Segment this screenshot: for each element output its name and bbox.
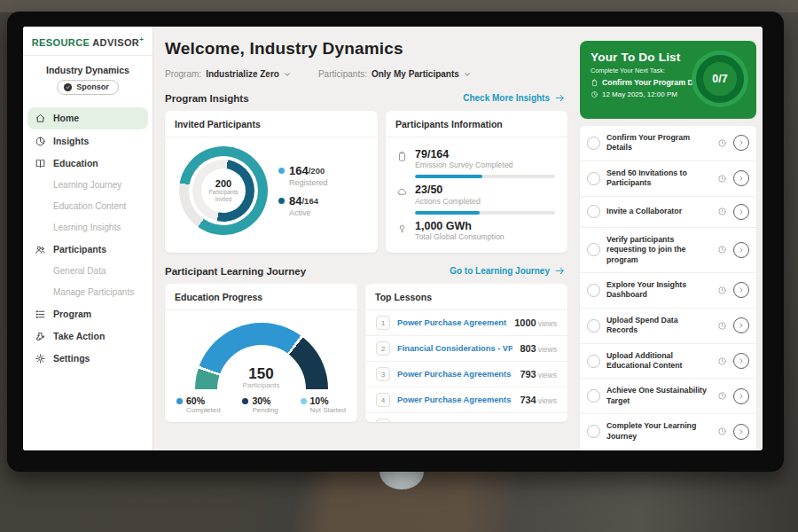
participants-information-body: 79/164Emission Survey Completed23/50Acti… — [386, 137, 567, 241]
task-checkbox[interactable] — [587, 425, 600, 438]
lesson-link[interactable]: Power Purchase Agreements 102 — [397, 395, 512, 404]
task-checkbox[interactable] — [587, 355, 600, 368]
dashboard-screen: RESOURCEADVISOR+ Industry Dynamics Spons… — [23, 27, 763, 450]
sidebar-item-take-action[interactable]: Take Action — [23, 325, 153, 348]
sidebar-item-learning-insights[interactable]: Learning Insights — [23, 217, 153, 239]
gauge-legend-label: Pending — [252, 406, 278, 414]
todo-task-row[interactable]: Achieve One Sustainability Target — [580, 379, 756, 414]
task-label: Explore Your Insights Dashboard — [606, 280, 711, 301]
task-checkbox[interactable] — [587, 137, 600, 150]
todo-task-row[interactable]: Explore Your Insights Dashboard — [580, 273, 756, 309]
participants-dropdown[interactable]: Participants: Only My Participants — [318, 69, 472, 79]
sidebar-item-program[interactable]: Program — [23, 303, 153, 325]
lesson-rank: 5 — [376, 419, 390, 422]
lesson-link[interactable]: Financial Considerations - VPPAs — [397, 344, 512, 353]
chevron-down-icon — [283, 70, 292, 79]
sidebar-item-general-data[interactable]: General Data — [23, 261, 153, 282]
lesson-rank: 2 — [376, 341, 390, 356]
donut-inner-ring: 200 Participants Invited — [192, 160, 254, 222]
task-checkbox[interactable] — [587, 172, 600, 185]
lesson-row: 4Power Purchase Agreements 102734views — [365, 387, 567, 413]
sidebar-item-education-content[interactable]: Education Content — [23, 196, 153, 217]
task-checkbox[interactable] — [587, 205, 600, 218]
sidebar-item-education[interactable]: Education — [23, 153, 153, 175]
donut-legend-item: 84/164Active — [278, 194, 328, 217]
program-dropdown[interactable]: Program: Industrialize Zero — [165, 69, 292, 79]
task-checkbox[interactable] — [587, 319, 600, 332]
todo-task-row[interactable]: Invite a Collaborator — [580, 197, 756, 228]
task-checkbox[interactable] — [587, 243, 600, 256]
pie-icon — [35, 136, 46, 147]
arrow-right-icon — [554, 92, 566, 104]
task-checkbox[interactable] — [587, 284, 600, 297]
sidebar-item-insights[interactable]: Insights — [23, 130, 153, 153]
sidebar-item-learning-journey[interactable]: Learning Journey — [23, 175, 153, 196]
lesson-link[interactable]: Power Purchase Agreements 101 — [397, 370, 512, 379]
todo-task-row[interactable]: Complete Your Learning Journey — [580, 414, 756, 450]
task-label: Confirm Your Program Details — [606, 133, 711, 153]
sidebar-item-settings[interactable]: Settings — [23, 348, 153, 370]
todo-task-row[interactable]: Send 50 Invitations to Participants — [580, 161, 756, 197]
cloud-icon — [396, 186, 408, 198]
chevron-right-icon — [738, 322, 745, 329]
main-content: Welcome, Industry Dynamics Program: Indu… — [153, 27, 575, 450]
info-stat: 23/50Actions Completed — [396, 184, 557, 205]
collapse-tasks-link[interactable]: Collapse Tasks — [580, 450, 756, 450]
participants-information-title: Participants Information — [386, 111, 567, 137]
sidebar-item-participants[interactable]: Participants — [23, 239, 153, 261]
task-chevron-button[interactable] — [733, 424, 749, 440]
todo-task-row[interactable]: Upload Spend Data Records — [580, 309, 756, 344]
chevron-right-icon — [738, 428, 745, 435]
task-chevron-button[interactable] — [733, 317, 749, 333]
lesson-views-count: 1000 — [514, 317, 536, 328]
todo-task-row[interactable]: Upload Additional Educational Content — [580, 344, 756, 379]
list-icon — [35, 309, 46, 320]
task-chevron-button[interactable] — [733, 204, 749, 220]
insights-cards-row: Invited Participants 200 Participants In… — [165, 111, 567, 253]
clock-icon — [591, 90, 598, 98]
participants-information-card: Participants Information 79/164Emission … — [386, 111, 567, 253]
task-chevron-button[interactable] — [733, 282, 749, 298]
program-insights-title: Program Insights — [165, 93, 249, 104]
lesson-views-count: 793 — [520, 369, 536, 379]
learning-journey-title: Participant Learning Journey — [165, 266, 306, 277]
gauge-legend-item: 10%Not Started — [301, 395, 346, 414]
sidebar-item-label: Participants — [53, 244, 106, 254]
info-stat-progressbar — [415, 211, 555, 215]
gauge-legend-pct: 60% — [186, 395, 205, 406]
legend-total: /164 — [301, 196, 318, 206]
app-logo: RESOURCEADVISOR+ — [23, 27, 153, 55]
task-chevron-button[interactable] — [733, 170, 749, 186]
chevron-down-icon — [463, 70, 472, 79]
sponsor-badge: Sponsor — [57, 80, 119, 95]
chevron-right-icon — [738, 357, 745, 364]
go-to-learning-journey-link[interactable]: Go to Learning Journey — [450, 265, 566, 277]
task-chevron-button[interactable] — [733, 135, 749, 151]
todo-progress-ring: 0/7 — [692, 51, 748, 107]
legend-label: Registered — [289, 178, 328, 187]
sidebar-item-label: Education Content — [53, 201, 126, 211]
lesson-link[interactable]: Power Purchase Agreements 101 — [397, 318, 507, 327]
participants-dropdown-value: Only My Participants — [372, 69, 459, 79]
todo-progress-ring-inner: 0/7 — [696, 55, 744, 103]
chevron-right-icon — [738, 208, 745, 215]
task-chevron-button[interactable] — [733, 388, 749, 404]
task-checkbox[interactable] — [587, 389, 600, 403]
sidebar-item-manage-participants[interactable]: Manage Participants — [23, 282, 153, 303]
todo-task-row[interactable]: Verify participants requesting to join t… — [580, 228, 756, 273]
task-chevron-button[interactable] — [733, 353, 749, 369]
sponsor-badge-icon — [63, 82, 73, 92]
education-progress-gauge-chart: 150 Participants — [195, 323, 328, 389]
info-stat-progress-fill — [415, 175, 482, 178]
todo-task-row[interactable]: Confirm Your Program Details — [580, 126, 756, 161]
check-more-insights-link[interactable]: Check More Insights — [463, 92, 566, 104]
lesson-views-suffix: views — [538, 345, 557, 354]
chevron-right-icon — [738, 175, 745, 182]
sidebar-item-home[interactable]: Home — [27, 107, 148, 129]
sidebar-item-label: Learning Insights — [53, 223, 121, 232]
info-stat-label: Actions Completed — [415, 197, 481, 206]
legend-value: 84 — [289, 194, 301, 207]
lesson-link[interactable]: Power Purchase Agreements 103 — [397, 421, 512, 422]
task-chevron-button[interactable] — [733, 242, 749, 258]
todo-due-date-label: 12 May 2025, 12:00 PM — [602, 90, 677, 98]
